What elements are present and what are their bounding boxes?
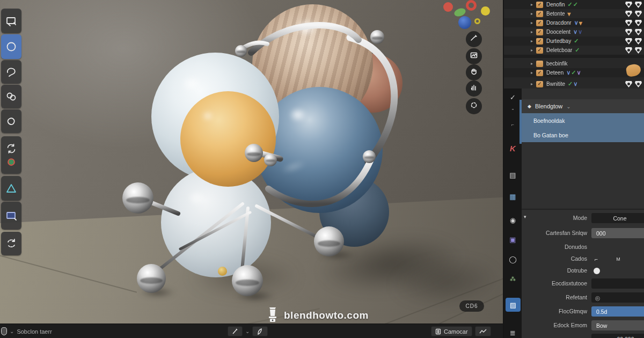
outliner-item-label[interactable]: Durtedbay (546, 38, 571, 44)
collection-checkbox-icon[interactable]: ✓ (536, 11, 543, 17)
pointer-field[interactable]: ◎ (591, 292, 644, 303)
render-icon[interactable] (635, 20, 642, 26)
tab-output[interactable]: ▤ (504, 168, 522, 182)
viewport-tool-button[interactable] (466, 31, 482, 47)
disclosure-icon[interactable]: ▸ (531, 61, 536, 66)
visibility-icon[interactable] (625, 2, 632, 8)
disclosure-icon[interactable]: ▸ (531, 82, 536, 86)
render-icon[interactable] (635, 81, 642, 87)
mode-dropdown[interactable]: Cone (591, 213, 644, 223)
collection-checkbox-icon[interactable]: ✓ (536, 29, 543, 35)
collection-checkbox-icon[interactable] (536, 61, 543, 67)
collection-checkbox-icon[interactable]: ✓ (536, 20, 543, 26)
axis-gizmo-z[interactable] (458, 16, 471, 29)
visibility-icon[interactable] (625, 20, 632, 26)
visibility-icon[interactable] (625, 47, 632, 54)
viewport-3d[interactable]: CD6 blendhowto.com (0, 0, 503, 324)
tool-rotate[interactable] (1, 232, 21, 255)
outliner-item-label[interactable]: Denofin (546, 2, 565, 8)
tool-blob-select[interactable] (1, 109, 21, 133)
outliner-item-label[interactable]: Doocelent (546, 29, 570, 35)
tab-view-layer[interactable]: ▦ (504, 189, 522, 203)
outliner-row[interactable]: ▸ ✓ Doocelent ∨∨ (504, 27, 644, 36)
tool-cursor-select[interactable] (1, 85, 21, 108)
number-field[interactable]: 000 (591, 228, 644, 238)
selected-item-row[interactable]: Boefnooldak (522, 113, 644, 128)
axis-gizmo[interactable] (474, 18, 480, 24)
outliner-item-label[interactable]: Deletcboar (546, 47, 572, 53)
tab-world[interactable]: ◉ (504, 213, 522, 227)
render-icon[interactable] (635, 11, 642, 17)
toggle-icon[interactable]: M (616, 256, 620, 262)
tool-scale[interactable] (1, 176, 21, 201)
tab-data[interactable]: ◯ (504, 252, 522, 266)
outliner-row[interactable]: ▸ ✓ Deletcboar ✓ (504, 46, 644, 55)
tab-constraints[interactable]: ≣ (504, 326, 522, 338)
tab-physics-active[interactable]: ▨ (506, 298, 521, 312)
collection-checkbox-icon[interactable]: ✓ (536, 2, 543, 8)
pen-tool-button[interactable] (228, 326, 243, 336)
tab-particles[interactable]: ⁂ (504, 272, 522, 286)
viewport-pan-button[interactable] (466, 64, 482, 80)
disclosure-icon[interactable]: ▸ (531, 11, 536, 16)
visibility-icon[interactable] (625, 11, 632, 17)
visibility-icon[interactable] (625, 29, 632, 35)
selected-item-row[interactable]: Bo Gatan boe (522, 128, 644, 142)
graph-status-button[interactable] (475, 326, 491, 336)
slider-field[interactable]: 0.5d (591, 306, 644, 317)
disclosure-icon[interactable]: ▸ (531, 70, 536, 75)
outliner-row[interactable]: ▸ becbinfik (504, 59, 644, 68)
outliner-row[interactable]: ▸ ✓ Durtedbay ✓ (504, 36, 644, 46)
outliner-row[interactable]: ▸ ✓ Bwnitite ✓∨ (504, 79, 644, 89)
collection-checkbox-icon[interactable]: ✓ (536, 38, 543, 45)
color-swatch-row[interactable] (591, 266, 644, 276)
axis-gizmo[interactable] (466, 0, 477, 11)
disclosure-icon[interactable]: ▸ (531, 48, 536, 53)
nib-tool-button[interactable] (252, 326, 268, 336)
tool-lasso-select[interactable] (1, 60, 21, 84)
chrome-foot-right[interactable] (314, 226, 344, 256)
viewport-grab-button[interactable] (466, 80, 482, 97)
caret-icon[interactable]: ⌄ (245, 328, 250, 334)
checkbox-group[interactable]: ⌐ M (591, 254, 644, 264)
tool-transform[interactable] (1, 136, 21, 174)
outliner-row[interactable]: ▸ ✓ Denofin ✓✓ (504, 0, 644, 9)
collection-checkbox-icon[interactable]: ✓ (536, 70, 543, 76)
tab-object[interactable]: ▣ (504, 232, 522, 246)
outliner-row[interactable]: ▸ ✓ Doracdonr ∨▾ (504, 18, 644, 27)
small-yellow-ball[interactable] (218, 267, 227, 276)
outliner-row[interactable]: ▸ ✓ Deteen ∨✓∨ (504, 68, 644, 77)
axis-gizmo[interactable] (443, 2, 453, 12)
chrome-foot-center[interactable] (232, 265, 263, 296)
viewport-orbit-button[interactable] (466, 98, 482, 114)
color-swatch[interactable] (594, 268, 600, 274)
properties-breadcrumb[interactable]: ◆ Blendgtow ⌄ (522, 99, 644, 113)
axis-gizmo[interactable] (481, 6, 490, 16)
tool-annotate[interactable] (1, 202, 21, 230)
outliner-row[interactable]: ▸ ✓ Betonte ▾ (504, 9, 644, 18)
value-field[interactable]: Bow (591, 320, 644, 330)
number-field[interactable]: 00.000 (591, 334, 644, 338)
disclosure-icon[interactable]: ▸ (531, 2, 536, 7)
toggle-icon[interactable]: ⌐ (595, 256, 598, 262)
outliner-item-label[interactable]: Bwnitite (546, 81, 565, 87)
tool-circle-select[interactable] (1, 34, 21, 59)
disclosure-icon[interactable]: ▸ (531, 39, 536, 43)
visibility-icon[interactable] (625, 81, 632, 87)
chrome-foot-left[interactable] (137, 264, 166, 293)
tool-box-select[interactable] (1, 9, 21, 33)
collection-checkbox-icon[interactable]: ✓ (536, 81, 543, 87)
outliner-item-label[interactable]: Deteen (546, 70, 564, 76)
visibility-icon[interactable] (625, 38, 632, 45)
viewport-camera-button[interactable] (466, 48, 482, 64)
render-icon[interactable] (635, 2, 642, 8)
render-icon[interactable] (635, 29, 642, 35)
text-field[interactable] (591, 278, 644, 289)
collection-checkbox-icon[interactable]: ✓ (536, 47, 543, 54)
disclosure-icon[interactable]: ▸ (531, 20, 536, 25)
outliner-item-label[interactable]: Doracdonr (546, 20, 572, 26)
render-icon[interactable] (635, 38, 642, 45)
render-icon[interactable] (635, 47, 642, 54)
camera-status-button[interactable]: Camocar (431, 326, 472, 336)
chrome-ball-side[interactable] (122, 182, 153, 214)
